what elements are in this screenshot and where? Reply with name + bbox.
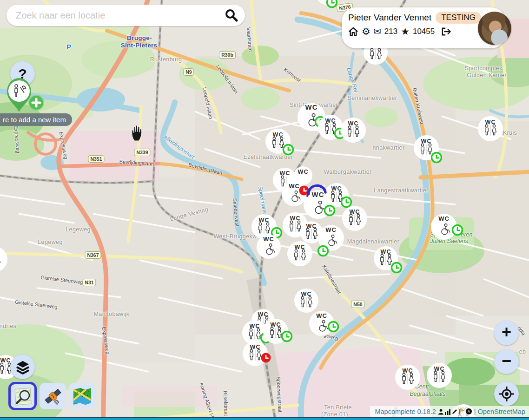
last-edit-old-clock-badge	[261, 353, 271, 363]
last-edit-recent-clock-badge	[392, 263, 402, 273]
svg-text:WC: WC	[403, 368, 413, 374]
last-edit-recent-clock-badge	[329, 322, 338, 332]
search-icon[interactable]	[225, 8, 238, 22]
attribution-separator: |	[474, 408, 476, 415]
zoom-in-label: +	[502, 322, 511, 342]
svg-text:WC: WC	[421, 138, 432, 144]
map-viewport[interactable]: Brugge-Sint-PietersPRustenburgSint-Gilli…	[0, 0, 529, 420]
svg-text:WC: WC	[434, 366, 445, 372]
changesets-count: 10455	[413, 27, 435, 36]
last-edit-recent-clock-badge	[453, 225, 463, 235]
last-edit-recent-clock-badge	[432, 153, 442, 163]
messages-count: 213	[384, 27, 397, 36]
svg-text:WC: WC	[348, 120, 359, 127]
basemap-satellite-button[interactable]	[40, 383, 66, 409]
geolocate-button[interactable]	[494, 381, 519, 406]
testing-badge: TESTING	[436, 12, 481, 24]
last-edit-recent-clock-badge	[284, 145, 293, 155]
satellite-icon	[43, 386, 63, 407]
svg-text:WC: WC	[295, 244, 305, 250]
toilet-map-marker[interactable]: WC	[423, 206, 464, 247]
messages-icon[interactable]: ✉	[374, 26, 381, 36]
toilet-map-marker[interactable]: WC	[280, 234, 320, 274]
attribution-app-link[interactable]: Mapcomplete 0.18.2	[375, 408, 436, 415]
geolocate-icon	[499, 386, 515, 402]
toilet-map-marker[interactable]: WC	[419, 355, 459, 395]
add-item-tooltip: re to add a new item	[0, 113, 72, 126]
user-avatar[interactable]	[478, 12, 511, 45]
logout-icon[interactable]	[441, 27, 452, 36]
layers-button[interactable]	[10, 354, 35, 379]
last-edit-recent-clock-badge	[282, 332, 292, 341]
search-bar[interactable]	[7, 5, 245, 26]
svg-text:WC: WC	[259, 217, 270, 223]
layers-icon	[15, 360, 30, 374]
toilet-map-marker[interactable]: WC	[308, 0, 348, 13]
svg-text:WC: WC	[273, 131, 284, 138]
home-icon[interactable]	[348, 27, 358, 36]
pen-icon[interactable]	[451, 408, 458, 415]
svg-text:WC: WC	[263, 236, 274, 243]
bottom-strip	[0, 417, 529, 420]
svg-text:WC: WC	[250, 344, 261, 350]
toilet-map-marker[interactable]: WC	[333, 110, 373, 150]
basemap-switcher	[8, 382, 95, 410]
toilet-map-marker[interactable]: WC	[470, 109, 510, 149]
user-name[interactable]: Pieter Vander Vennet	[348, 13, 431, 23]
add-item-pin[interactable]	[4, 73, 50, 116]
zoom-in-button[interactable]: +	[494, 321, 519, 345]
svg-text:WC: WC	[316, 312, 327, 319]
toilet-map-marker[interactable]: WC	[235, 334, 275, 374]
statistics-icon[interactable]	[444, 408, 451, 415]
settings-gear-icon[interactable]: ⚙	[362, 26, 370, 36]
attribution-bar: Mapcomplete 0.18.2 A | OpenStreetMap	[370, 406, 529, 417]
svg-text:WC: WC	[350, 209, 360, 215]
search-input[interactable]	[15, 10, 225, 21]
last-edit-recent-clock-badge	[327, 0, 337, 7]
toilet-map-marker[interactable]: WC	[366, 239, 405, 278]
svg-text:WC: WC	[485, 119, 496, 125]
hand-cursor-icon	[131, 125, 145, 142]
svg-text:WC: WC	[271, 322, 281, 328]
svg-text:WC: WC	[325, 226, 337, 233]
zoom-out-label: −	[502, 351, 511, 371]
license-icon[interactable]: A	[465, 408, 472, 415]
svg-text:A: A	[468, 409, 470, 413]
star-icon: ★	[401, 26, 410, 36]
zoom-out-button[interactable]: −	[494, 349, 519, 374]
osm-map-icon	[13, 386, 33, 407]
toilet-map-marker[interactable]: WC	[406, 128, 446, 168]
map-markers-layer: WCWCWCWCWCWCWCWCWCWCWCWCWCWCWCWCWCWCWCWC…	[0, 0, 529, 420]
toilet-map-marker[interactable]: WC	[302, 303, 342, 343]
folded-map-icon	[72, 386, 93, 407]
attribution-osm-link[interactable]: OpenStreetMap	[478, 408, 525, 415]
svg-text:WC: WC	[438, 215, 450, 222]
contributors-user-icon[interactable]	[438, 408, 444, 415]
basemap-map-button[interactable]	[69, 383, 95, 409]
theme-flag-icon[interactable]	[458, 408, 465, 415]
toilet-map-marker[interactable]: WC	[258, 121, 298, 161]
basemap-osm-button[interactable]	[8, 382, 37, 410]
selected-marker-arc	[307, 184, 328, 198]
toilet-map-marker[interactable]: WC	[0, 239, 15, 280]
